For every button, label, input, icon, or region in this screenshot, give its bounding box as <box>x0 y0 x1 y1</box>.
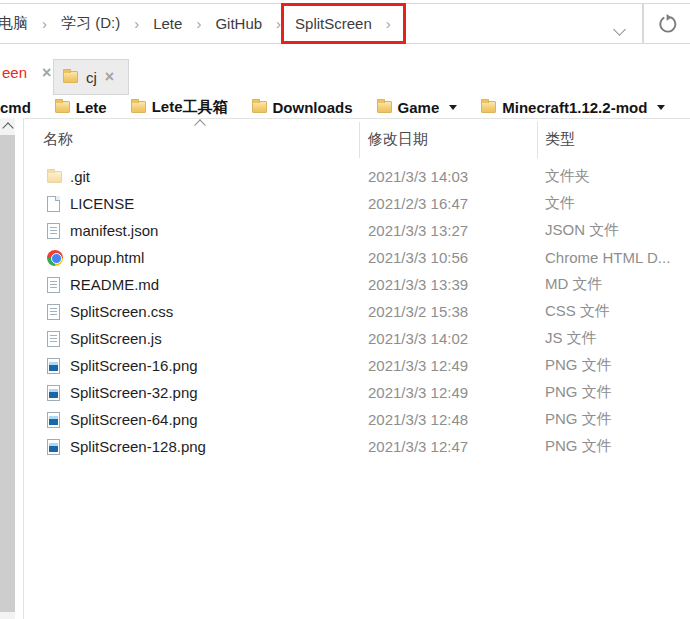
folder-icon <box>481 101 496 113</box>
file-type: 文件 <box>538 194 690 213</box>
folder-icon <box>55 101 70 113</box>
scrollbar-thumb[interactable] <box>0 135 15 612</box>
file-list-pane: 名称 修改日期 类型 .git 2021/3/3 14:03 文件夹 LICEN… <box>24 119 690 619</box>
file-name: SplitScreen.css <box>70 303 173 320</box>
file-date: 2021/3/3 12:49 <box>360 384 538 401</box>
bookmark-label: cmd <box>0 99 31 116</box>
tab-close-icon[interactable]: × <box>42 65 51 81</box>
file-name: README.md <box>70 276 159 293</box>
file-date: 2021/3/3 14:03 <box>360 168 538 185</box>
table-row[interactable]: README.md 2021/3/3 13:39 MD 文件 <box>24 271 690 298</box>
file-icon <box>47 439 60 455</box>
file-type: PNG 文件 <box>538 410 690 429</box>
breadcrumb: 电脑 › 学习 (D:) › Lete › GitHub › SplitScre… <box>0 14 400 33</box>
refresh-icon <box>657 13 679 35</box>
file-type: CSS 文件 <box>538 302 690 321</box>
bookmark-item[interactable]: cmd <box>0 99 31 116</box>
file-date: 2021/2/3 16:47 <box>360 195 538 212</box>
bookmark-label: Lete <box>76 99 107 116</box>
file-date: 2021/3/3 10:56 <box>360 249 538 266</box>
breadcrumb-item[interactable]: 学习 (D:) <box>56 14 125 33</box>
bookmark-item[interactable]: Lete <box>55 99 107 116</box>
bookmark-item[interactable]: Minecraft1.12.2-mod <box>481 99 665 116</box>
file-name: SplitScreen-32.png <box>70 384 198 401</box>
table-row[interactable]: .git 2021/3/3 14:03 文件夹 <box>24 163 690 190</box>
file-icon <box>47 277 60 293</box>
refresh-button[interactable] <box>643 3 690 44</box>
file-icon <box>47 250 63 266</box>
tab-label: een <box>2 64 27 81</box>
breadcrumb-separator-icon[interactable]: › <box>125 15 148 32</box>
file-icon <box>47 331 60 347</box>
file-name: manifest.json <box>70 222 158 239</box>
file-icon <box>47 223 60 239</box>
file-date: 2021/3/3 14:02 <box>360 330 538 347</box>
table-row[interactable]: SplitScreen-64.png 2021/3/3 12:48 PNG 文件 <box>24 406 690 433</box>
file-name: LICENSE <box>70 195 134 212</box>
bookmark-item[interactable]: Lete工具箱 <box>131 98 228 117</box>
breadcrumb-separator-icon[interactable]: › <box>267 15 290 32</box>
file-type: MD 文件 <box>538 275 690 294</box>
column-header-name[interactable]: 名称 <box>24 122 360 158</box>
table-row[interactable]: SplitScreen-128.png 2021/3/3 12:47 PNG 文… <box>24 433 690 460</box>
file-name: .git <box>70 168 90 185</box>
file-date: 2021/3/3 12:49 <box>360 357 538 374</box>
bookmark-label: Game <box>398 99 440 116</box>
address-bar[interactable]: 电脑 › 学习 (D:) › Lete › GitHub › SplitScre… <box>0 3 643 44</box>
file-date: 2021/3/3 13:39 <box>360 276 538 293</box>
breadcrumb-item[interactable]: SplitScreen <box>290 15 377 32</box>
table-row[interactable]: SplitScreen.css 2021/3/2 15:38 CSS 文件 <box>24 298 690 325</box>
column-headers: 名称 修改日期 类型 <box>24 119 690 160</box>
address-dropdown-button[interactable] <box>615 20 624 38</box>
file-type: PNG 文件 <box>538 383 690 402</box>
file-name: SplitScreen-64.png <box>70 411 198 428</box>
file-date: 2021/3/2 15:38 <box>360 303 538 320</box>
breadcrumb-item[interactable]: GitHub <box>210 15 267 32</box>
file-icon <box>47 196 60 212</box>
bookmark-item[interactable]: Downloads <box>252 99 353 116</box>
file-icon <box>47 358 60 374</box>
file-name: SplitScreen.js <box>70 330 162 347</box>
table-row[interactable]: LICENSE 2021/2/3 16:47 文件 <box>24 190 690 217</box>
table-row[interactable]: manifest.json 2021/3/3 13:27 JSON 文件 <box>24 217 690 244</box>
file-date: 2021/3/3 13:27 <box>360 222 538 239</box>
folder-icon <box>63 71 78 83</box>
bookmarks-bar: cmd Lete Lete工具箱 Downloads Game Minecraf… <box>0 95 690 119</box>
nav-pane-scrollbar[interactable] <box>0 118 15 619</box>
table-row[interactable]: SplitScreen-32.png 2021/3/3 12:49 PNG 文件 <box>24 379 690 406</box>
bookmark-label: Lete工具箱 <box>152 98 228 117</box>
file-name: popup.html <box>70 249 144 266</box>
dropdown-caret-icon[interactable] <box>657 105 665 110</box>
file-type: Chrome HTML D... <box>538 249 690 266</box>
file-type: JS 文件 <box>538 329 690 348</box>
tab-cj[interactable]: cj × <box>53 59 129 95</box>
table-row[interactable]: SplitScreen-16.png 2021/3/3 12:49 PNG 文件 <box>24 352 690 379</box>
file-type: 文件夹 <box>538 167 690 186</box>
breadcrumb-item[interactable]: 电脑 <box>0 14 33 33</box>
file-icon <box>47 385 60 401</box>
file-icon <box>47 171 62 183</box>
table-row[interactable]: SplitScreen.js 2021/3/3 14:02 JS 文件 <box>24 325 690 352</box>
breadcrumb-separator-icon[interactable]: › <box>377 15 400 32</box>
folder-icon <box>131 101 146 113</box>
breadcrumb-separator-icon[interactable]: › <box>33 15 56 32</box>
scroll-up-icon[interactable] <box>2 122 13 133</box>
file-icon <box>47 412 60 428</box>
file-name: SplitScreen-128.png <box>70 438 206 455</box>
dropdown-caret-icon[interactable] <box>449 105 457 110</box>
column-header-type[interactable]: 类型 <box>538 122 690 158</box>
bookmark-item[interactable]: Game <box>377 99 458 116</box>
column-header-date[interactable]: 修改日期 <box>360 122 538 158</box>
file-date: 2021/3/3 12:48 <box>360 411 538 428</box>
tab-close-icon[interactable]: × <box>105 69 114 85</box>
table-row[interactable]: popup.html 2021/3/3 10:56 Chrome HTML D.… <box>24 244 690 271</box>
breadcrumb-separator-icon[interactable]: › <box>187 15 210 32</box>
file-type: PNG 文件 <box>538 356 690 375</box>
folder-icon <box>377 101 392 113</box>
file-type: JSON 文件 <box>538 221 690 240</box>
breadcrumb-item[interactable]: Lete <box>148 15 187 32</box>
file-rows: .git 2021/3/3 14:03 文件夹 LICENSE 2021/2/3… <box>24 163 690 460</box>
bookmark-label: Downloads <box>273 99 353 116</box>
bookmark-label: Minecraft1.12.2-mod <box>502 99 647 116</box>
tab-active[interactable]: een × <box>2 64 51 81</box>
